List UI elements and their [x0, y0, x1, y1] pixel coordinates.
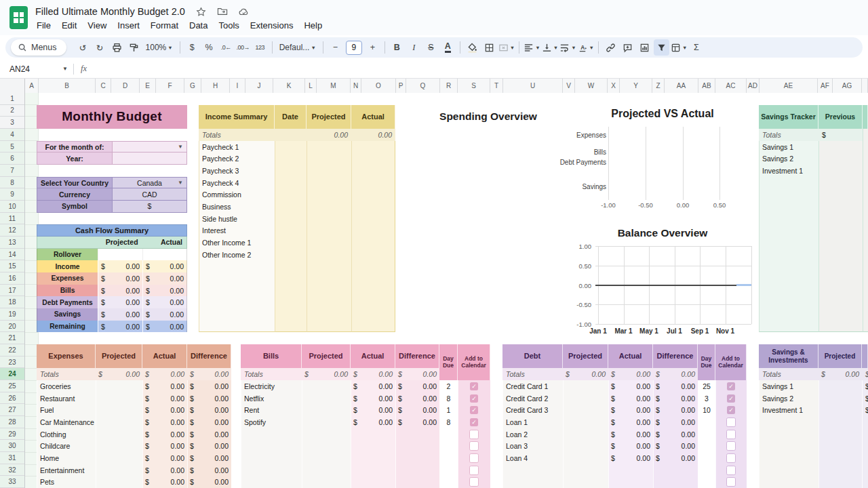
- expenses-table-totals-label[interactable]: Totals: [37, 368, 96, 380]
- add-to-calendar-checkbox[interactable]: [469, 466, 479, 475]
- column-header-K[interactable]: K: [273, 79, 305, 93]
- row-header-1[interactable]: 1: [0, 93, 24, 105]
- bills-table-difference-cell[interactable]: $0.00: [395, 416, 439, 428]
- bills-table-day-due-cell[interactable]: [439, 464, 458, 476]
- star-icon[interactable]: [196, 7, 206, 17]
- dropdown-caret-icon[interactable]: ▼: [178, 144, 183, 150]
- cashflow-projected-cell[interactable]: [98, 249, 142, 261]
- increase-font-size-button[interactable]: +: [365, 39, 380, 56]
- cashflow-projected-cell[interactable]: $0.00: [98, 272, 142, 285]
- row-header-25[interactable]: 25: [0, 380, 24, 392]
- menu-format[interactable]: Format: [145, 18, 184, 33]
- si-row-next[interactable]: $: [862, 380, 868, 392]
- debt-table-actual-cell[interactable]: $0.00: [608, 404, 653, 416]
- expenses-table-difference-cell[interactable]: $0.00: [187, 464, 231, 476]
- debt-table-totals-projected[interactable]: $0.00: [563, 368, 608, 380]
- fill-color-button[interactable]: [465, 39, 480, 56]
- row-header-6[interactable]: 6: [0, 152, 24, 165]
- format-currency-button[interactable]: $: [184, 39, 200, 56]
- column-header-AC[interactable]: AC: [715, 79, 747, 93]
- debt-table-difference-cell[interactable]: $0.00: [653, 428, 698, 441]
- expenses-table-row-label[interactable]: Restaurant: [37, 392, 96, 405]
- add-to-calendar-checkbox[interactable]: [726, 477, 736, 487]
- expenses-table-row-label[interactable]: Entertainment: [37, 464, 96, 476]
- column-header-S[interactable]: S: [458, 79, 490, 93]
- expenses-table-difference-cell[interactable]: $0.00: [187, 428, 231, 441]
- cashflow-actual-cell[interactable]: $0.00: [142, 272, 187, 285]
- row-header-33[interactable]: 33: [0, 476, 24, 488]
- row-header-27[interactable]: 27: [0, 404, 24, 416]
- row-header-13[interactable]: 13: [0, 237, 24, 249]
- expenses-table-actual-cell[interactable]: $0.00: [142, 380, 187, 392]
- row-header-2[interactable]: 2: [0, 105, 24, 117]
- bills-table-row-label[interactable]: Electricity: [241, 380, 302, 392]
- column-header-AG[interactable]: AG: [833, 79, 862, 93]
- debt-table-row-label[interactable]: Loan 1: [502, 416, 563, 428]
- income-row-label[interactable]: Business: [199, 201, 275, 213]
- vertical-align-button[interactable]: ▼: [542, 39, 558, 56]
- expenses-table-totals-difference[interactable]: $0.00: [187, 368, 231, 380]
- bills-table-totals-label[interactable]: Totals: [241, 368, 302, 380]
- increase-decimals-button[interactable]: .00→: [235, 39, 251, 56]
- bills-table-row-label[interactable]: Rent: [241, 404, 302, 416]
- debt-table-day-due-cell[interactable]: 3: [698, 392, 715, 405]
- redo-button[interactable]: ↻: [92, 39, 108, 56]
- month-block-value[interactable]: [113, 152, 187, 165]
- si-row-label[interactable]: Savings 1: [759, 380, 818, 392]
- expenses-table-actual-cell[interactable]: $0.00: [142, 440, 187, 452]
- bills-table-row-label[interactable]: [241, 452, 302, 464]
- functions-button[interactable]: Σ: [688, 39, 704, 56]
- bills-table-day-due-cell[interactable]: 2: [439, 380, 458, 392]
- debt-table-actual-cell[interactable]: $0.00: [608, 428, 653, 441]
- undo-button[interactable]: ↺: [75, 39, 91, 56]
- row-header-31[interactable]: 31: [0, 452, 24, 464]
- column-header-AD[interactable]: AD: [747, 79, 760, 93]
- expenses-table-actual-cell[interactable]: $0.00: [142, 464, 187, 476]
- column-header-O[interactable]: O: [361, 79, 396, 93]
- menu-view[interactable]: View: [82, 18, 112, 33]
- si-row-next[interactable]: $: [862, 392, 868, 405]
- bills-table-difference-cell[interactable]: $0.00: [395, 392, 439, 405]
- bills-table-actual-cell[interactable]: $0.00: [351, 416, 395, 428]
- pva-chart-title[interactable]: Projected VS Actual: [595, 108, 730, 120]
- print-button[interactable]: [109, 39, 125, 56]
- merge-cells-button[interactable]: ▼: [498, 39, 515, 56]
- column-header-Z[interactable]: Z: [652, 79, 665, 93]
- expenses-table-row-label[interactable]: Home: [37, 452, 96, 464]
- column-header-R[interactable]: R: [440, 79, 458, 93]
- row-header-9[interactable]: 9: [0, 188, 24, 201]
- month-block-value[interactable]: ▼: [113, 141, 187, 153]
- row-header-29[interactable]: 29: [0, 428, 24, 441]
- debt-table-difference-cell[interactable]: $0.00: [653, 440, 698, 452]
- bills-table-day-due-cell[interactable]: 8: [439, 392, 458, 405]
- cashflow-actual-cell[interactable]: [142, 249, 187, 261]
- column-header-X[interactable]: X: [608, 79, 620, 93]
- cashflow-actual-cell[interactable]: $0.00: [142, 308, 187, 321]
- font-select[interactable]: Defaul...▼: [277, 39, 319, 56]
- column-header-U[interactable]: U: [503, 79, 563, 93]
- insert-comment-button[interactable]: [620, 39, 635, 56]
- move-folder-icon[interactable]: [217, 7, 228, 16]
- cashflow-projected-cell[interactable]: $0.00: [98, 260, 142, 272]
- bills-table-actual-cell[interactable]: $0.00: [351, 380, 395, 392]
- menu-edit[interactable]: Edit: [56, 18, 82, 33]
- decrease-decimals-button[interactable]: .0←: [218, 39, 234, 56]
- debt-table-actual-cell[interactable]: $0.00: [608, 392, 653, 405]
- column-header-P[interactable]: P: [396, 79, 406, 93]
- add-to-calendar-checkbox[interactable]: [726, 466, 736, 475]
- si-row-label[interactable]: Investment 1: [759, 404, 818, 416]
- add-to-calendar-checkbox[interactable]: ✓: [470, 406, 478, 414]
- bills-table-row-label[interactable]: Spotify: [241, 416, 302, 428]
- bills-table-day-due-cell[interactable]: [439, 476, 458, 488]
- cashflow-actual-cell[interactable]: $0.00: [142, 285, 187, 297]
- select-all-corner[interactable]: [0, 79, 25, 93]
- row-header-21[interactable]: 21: [0, 332, 24, 344]
- income-totals-actual[interactable]: 0.00: [351, 129, 395, 141]
- add-to-calendar-checkbox[interactable]: ✓: [470, 394, 478, 403]
- row-header-5[interactable]: 5: [0, 141, 24, 153]
- document-title[interactable]: Filled Ultimate Monthly Budget 2.0: [35, 6, 185, 17]
- row-header-30[interactable]: 30: [0, 440, 24, 452]
- debt-table-day-due-cell[interactable]: [698, 428, 715, 441]
- add-to-calendar-checkbox[interactable]: [726, 430, 736, 439]
- cashflow-actual-cell[interactable]: $0.00: [142, 321, 187, 333]
